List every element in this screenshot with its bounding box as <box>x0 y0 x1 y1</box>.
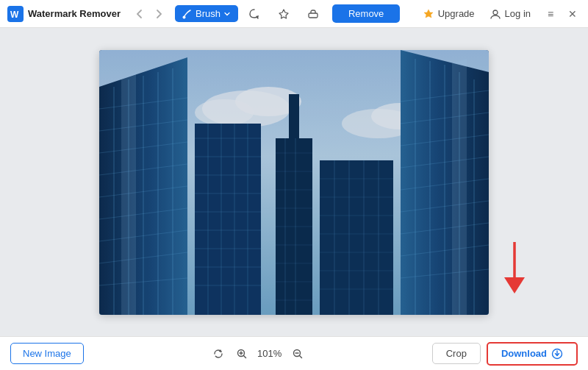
remove-button[interactable]: Remove <box>332 4 400 23</box>
svg-line-91 <box>299 355 301 357</box>
login-label: Log in <box>505 8 531 19</box>
lasso-tool-button[interactable] <box>241 5 268 23</box>
bottom-bar: New Image 101% <box>0 336 588 370</box>
svg-rect-82 <box>99 50 489 315</box>
canvas-area <box>0 28 588 336</box>
window-controls: ≡ ✕ <box>542 6 581 22</box>
login-button[interactable]: Log in <box>482 5 538 23</box>
new-image-button[interactable]: New Image <box>10 343 84 364</box>
download-label: Download <box>501 348 547 359</box>
pin-tool-button[interactable] <box>270 5 297 23</box>
titlebar: W Watermark Remover Brush <box>0 0 588 28</box>
reset-zoom-button[interactable] <box>209 345 227 363</box>
zoom-in-button[interactable] <box>233 345 251 363</box>
bottom-right-buttons: Crop Download <box>432 342 578 366</box>
image-canvas <box>99 50 489 315</box>
crop-button[interactable]: Crop <box>432 343 481 364</box>
svg-rect-3 <box>309 13 318 18</box>
upgrade-label: Upgrade <box>438 8 475 19</box>
nav-controls <box>131 5 168 23</box>
eraser-tool-button[interactable] <box>300 5 326 23</box>
svg-point-4 <box>493 10 498 15</box>
zoom-controls: 101% <box>84 345 432 363</box>
brush-label: Brush <box>196 8 220 19</box>
download-arrow <box>498 242 531 293</box>
svg-marker-84 <box>504 277 525 293</box>
back-button[interactable] <box>131 5 148 23</box>
brush-tool-button[interactable]: Brush <box>175 5 238 22</box>
svg-point-2 <box>182 15 185 18</box>
zoom-out-button[interactable] <box>289 345 306 363</box>
toolbar-tools: Brush Remove <box>175 4 400 23</box>
close-button[interactable]: ✕ <box>564 6 581 22</box>
app-logo: W <box>7 6 24 22</box>
zoom-value: 101% <box>257 348 283 359</box>
app-title: Watermark Remover <box>28 8 121 19</box>
svg-line-88 <box>243 355 245 357</box>
menu-button[interactable]: ≡ <box>542 6 559 22</box>
svg-text:W: W <box>10 10 19 20</box>
forward-button[interactable] <box>150 5 168 23</box>
download-button[interactable]: Download <box>487 342 578 366</box>
upgrade-button[interactable]: Upgrade <box>415 5 482 23</box>
